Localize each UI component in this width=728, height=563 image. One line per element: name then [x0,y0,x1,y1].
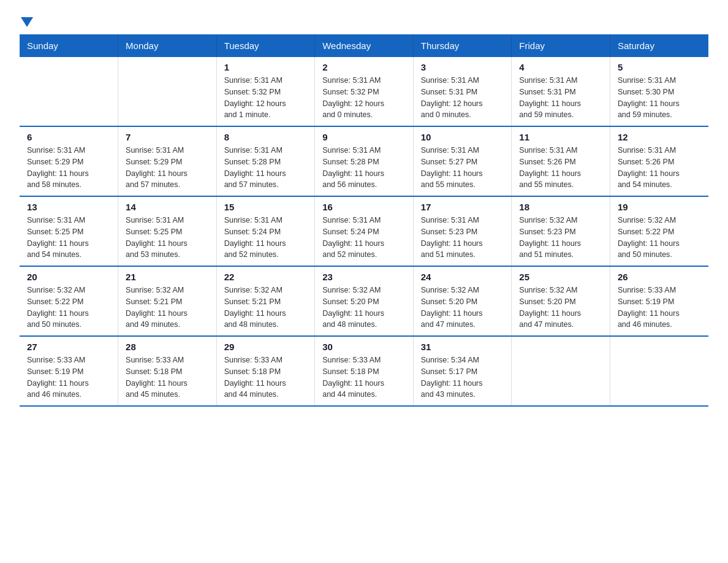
day-number: 3 [421,62,504,72]
weekday-header-wednesday: Wednesday [315,34,414,57]
weekday-header-friday: Friday [512,34,610,57]
calendar-cell: 10Sunrise: 5:31 AMSunset: 5:27 PMDayligh… [413,126,512,196]
calendar-cell: 16Sunrise: 5:31 AMSunset: 5:24 PMDayligh… [315,196,414,266]
day-info: Sunrise: 5:31 AMSunset: 5:29 PMDaylight:… [126,145,209,191]
weekday-header-sunday: Sunday [20,34,118,57]
day-info: Sunrise: 5:31 AMSunset: 5:24 PMDaylight:… [224,215,308,261]
calendar-cell: 12Sunrise: 5:31 AMSunset: 5:26 PMDayligh… [610,126,708,196]
day-info: Sunrise: 5:32 AMSunset: 5:20 PMDaylight:… [421,285,504,331]
day-number: 29 [224,342,308,352]
calendar-cell: 13Sunrise: 5:31 AMSunset: 5:25 PMDayligh… [20,196,118,266]
day-info: Sunrise: 5:31 AMSunset: 5:27 PMDaylight:… [421,145,504,191]
day-info: Sunrise: 5:31 AMSunset: 5:30 PMDaylight:… [618,75,701,121]
logo-triangle-icon [21,17,33,27]
calendar-cell: 8Sunrise: 5:31 AMSunset: 5:28 PMDaylight… [216,126,315,196]
day-number: 4 [519,62,602,72]
day-number: 17 [421,202,504,212]
day-number: 31 [421,342,504,352]
calendar-header-row: SundayMondayTuesdayWednesdayThursdayFrid… [20,34,708,57]
day-info: Sunrise: 5:32 AMSunset: 5:21 PMDaylight:… [224,285,308,331]
calendar-cell: 28Sunrise: 5:33 AMSunset: 5:18 PMDayligh… [118,336,217,406]
day-number: 18 [519,202,602,212]
day-info: Sunrise: 5:34 AMSunset: 5:17 PMDaylight:… [421,354,504,400]
day-number: 15 [224,202,308,212]
day-info: Sunrise: 5:31 AMSunset: 5:25 PMDaylight:… [126,215,209,261]
calendar-cell: 20Sunrise: 5:32 AMSunset: 5:22 PMDayligh… [20,266,118,336]
day-info: Sunrise: 5:31 AMSunset: 5:28 PMDaylight:… [224,145,308,191]
day-number: 14 [126,202,209,212]
calendar-cell [610,336,708,406]
day-info: Sunrise: 5:31 AMSunset: 5:29 PMDaylight:… [27,145,110,191]
day-number: 16 [322,202,406,212]
calendar-cell [20,57,118,126]
day-info: Sunrise: 5:31 AMSunset: 5:28 PMDaylight:… [322,145,406,191]
day-number: 24 [421,272,504,282]
day-info: Sunrise: 5:31 AMSunset: 5:31 PMDaylight:… [519,75,602,121]
day-info: Sunrise: 5:31 AMSunset: 5:32 PMDaylight:… [224,75,308,121]
weekday-header-thursday: Thursday [413,34,512,57]
day-number: 27 [27,342,110,352]
calendar-cell: 6Sunrise: 5:31 AMSunset: 5:29 PMDaylight… [20,126,118,196]
calendar-cell: 14Sunrise: 5:31 AMSunset: 5:25 PMDayligh… [118,196,217,266]
day-number: 30 [322,342,406,352]
day-number: 11 [519,132,602,142]
day-info: Sunrise: 5:32 AMSunset: 5:20 PMDaylight:… [322,285,406,331]
calendar-cell: 26Sunrise: 5:33 AMSunset: 5:19 PMDayligh… [610,266,708,336]
calendar-week-row: 27Sunrise: 5:33 AMSunset: 5:19 PMDayligh… [20,336,708,406]
day-info: Sunrise: 5:33 AMSunset: 5:19 PMDaylight:… [618,285,701,331]
day-info: Sunrise: 5:31 AMSunset: 5:32 PMDaylight:… [322,75,406,121]
day-info: Sunrise: 5:31 AMSunset: 5:25 PMDaylight:… [27,215,110,261]
calendar-week-row: 20Sunrise: 5:32 AMSunset: 5:22 PMDayligh… [20,266,708,336]
calendar-cell: 2Sunrise: 5:31 AMSunset: 5:32 PMDaylight… [315,57,414,126]
day-number: 5 [618,62,701,72]
day-number: 23 [322,272,406,282]
day-info: Sunrise: 5:33 AMSunset: 5:19 PMDaylight:… [27,354,110,400]
day-info: Sunrise: 5:31 AMSunset: 5:23 PMDaylight:… [421,215,504,261]
day-info: Sunrise: 5:31 AMSunset: 5:24 PMDaylight:… [322,215,406,261]
page-header [20,15,708,27]
logo [20,15,33,27]
calendar-cell: 3Sunrise: 5:31 AMSunset: 5:31 PMDaylight… [413,57,512,126]
weekday-header-monday: Monday [118,34,217,57]
calendar-cell: 22Sunrise: 5:32 AMSunset: 5:21 PMDayligh… [216,266,315,336]
calendar-cell: 19Sunrise: 5:32 AMSunset: 5:22 PMDayligh… [610,196,708,266]
day-info: Sunrise: 5:33 AMSunset: 5:18 PMDaylight:… [224,354,308,400]
day-number: 25 [519,272,602,282]
day-number: 7 [126,132,209,142]
day-number: 20 [27,272,110,282]
day-number: 2 [322,62,406,72]
day-info: Sunrise: 5:31 AMSunset: 5:31 PMDaylight:… [421,75,504,121]
calendar-cell: 18Sunrise: 5:32 AMSunset: 5:23 PMDayligh… [512,196,610,266]
day-number: 6 [27,132,110,142]
calendar-cell: 23Sunrise: 5:32 AMSunset: 5:20 PMDayligh… [315,266,414,336]
day-info: Sunrise: 5:32 AMSunset: 5:22 PMDaylight:… [27,285,110,331]
calendar-cell [118,57,217,126]
calendar-cell: 5Sunrise: 5:31 AMSunset: 5:30 PMDaylight… [610,57,708,126]
calendar-cell: 11Sunrise: 5:31 AMSunset: 5:26 PMDayligh… [512,126,610,196]
day-info: Sunrise: 5:32 AMSunset: 5:23 PMDaylight:… [519,215,602,261]
day-info: Sunrise: 5:32 AMSunset: 5:22 PMDaylight:… [618,215,701,261]
calendar-cell [512,336,610,406]
weekday-header-saturday: Saturday [610,34,708,57]
day-number: 19 [618,202,701,212]
calendar-cell: 30Sunrise: 5:33 AMSunset: 5:18 PMDayligh… [315,336,414,406]
calendar-cell: 21Sunrise: 5:32 AMSunset: 5:21 PMDayligh… [118,266,217,336]
calendar-cell: 1Sunrise: 5:31 AMSunset: 5:32 PMDaylight… [216,57,315,126]
calendar-week-row: 1Sunrise: 5:31 AMSunset: 5:32 PMDaylight… [20,57,708,126]
calendar-week-row: 13Sunrise: 5:31 AMSunset: 5:25 PMDayligh… [20,196,708,266]
day-number: 10 [421,132,504,142]
day-number: 22 [224,272,308,282]
calendar-week-row: 6Sunrise: 5:31 AMSunset: 5:29 PMDaylight… [20,126,708,196]
calendar-cell: 25Sunrise: 5:32 AMSunset: 5:20 PMDayligh… [512,266,610,336]
day-info: Sunrise: 5:31 AMSunset: 5:26 PMDaylight:… [519,145,602,191]
day-number: 12 [618,132,701,142]
day-number: 9 [322,132,406,142]
day-number: 8 [224,132,308,142]
day-number: 1 [224,62,308,72]
weekday-header-tuesday: Tuesday [216,34,315,57]
calendar-cell: 29Sunrise: 5:33 AMSunset: 5:18 PMDayligh… [216,336,315,406]
calendar-cell: 17Sunrise: 5:31 AMSunset: 5:23 PMDayligh… [413,196,512,266]
calendar-cell: 9Sunrise: 5:31 AMSunset: 5:28 PMDaylight… [315,126,414,196]
calendar-cell: 27Sunrise: 5:33 AMSunset: 5:19 PMDayligh… [20,336,118,406]
day-info: Sunrise: 5:32 AMSunset: 5:20 PMDaylight:… [519,285,602,331]
